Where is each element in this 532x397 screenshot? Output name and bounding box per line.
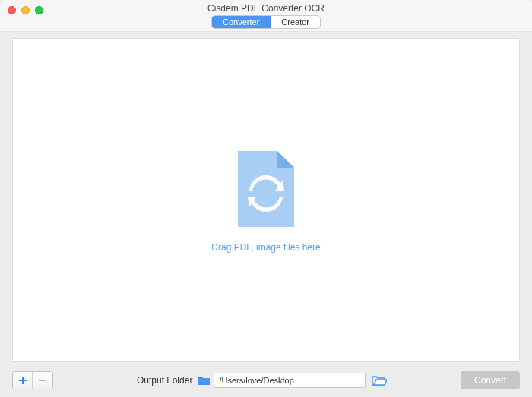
window-controls (8, 6, 43, 14)
add-file-button[interactable] (13, 372, 33, 389)
minimize-button[interactable] (21, 6, 30, 14)
add-remove-group (12, 371, 53, 389)
convert-button[interactable]: Convert (461, 371, 520, 389)
tab-converter[interactable]: Converter (212, 16, 271, 28)
output-path-field[interactable] (214, 373, 366, 388)
folder-icon (197, 374, 211, 386)
browse-folder-button[interactable] (372, 374, 387, 386)
titlebar: Cisdem PDF Converter OCR Converter Creat… (0, 0, 532, 32)
mode-tabs: Converter Creator (0, 16, 532, 28)
document-refresh-icon (232, 148, 300, 232)
close-button[interactable] (8, 6, 16, 14)
remove-file-button[interactable] (33, 372, 52, 389)
output-folder-label: Output Folder (137, 375, 192, 386)
tab-creator[interactable]: Creator (271, 16, 320, 28)
window-title: Cisdem PDF Converter OCR (0, 0, 532, 14)
drop-hint: Drag PDF, image files here (211, 242, 320, 253)
drop-zone[interactable]: Drag PDF, image files here (12, 38, 520, 362)
footer-bar: Output Folder Convert (0, 364, 532, 397)
maximize-button[interactable] (35, 6, 43, 14)
